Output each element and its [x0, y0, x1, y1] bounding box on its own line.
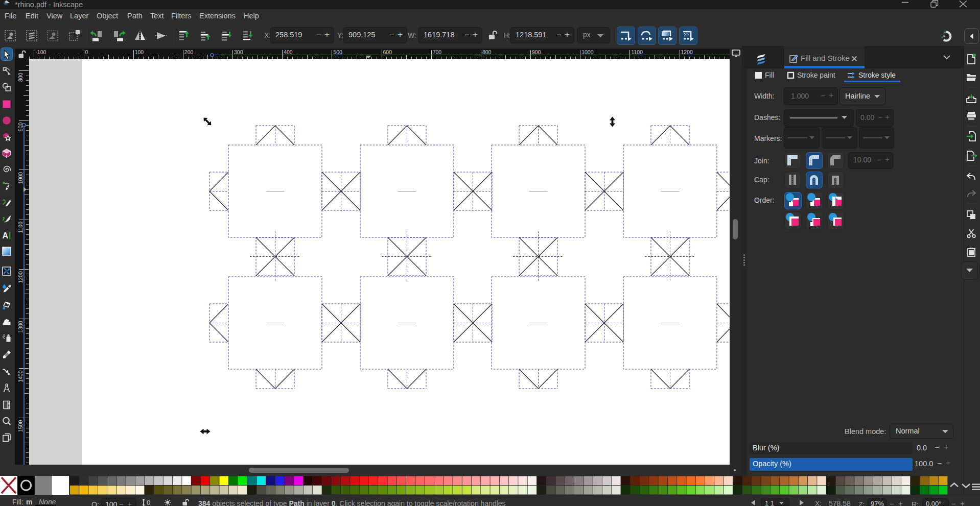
svg-text:0: 0	[147, 499, 150, 506]
svg-text:-100: -100	[35, 49, 46, 55]
svg-text:900: 900	[532, 49, 541, 55]
svg-text:300: 300	[234, 49, 243, 55]
svg-text:1000: 1000	[17, 172, 24, 184]
svg-text:1400: 1400	[17, 370, 24, 382]
svg-text:1100: 1100	[17, 222, 24, 233]
svg-text:800: 800	[482, 49, 492, 55]
svg-text:700: 700	[433, 49, 442, 55]
svg-text:200: 200	[184, 49, 194, 55]
svg-text:1200: 1200	[681, 49, 693, 55]
svg-text:100: 100	[135, 49, 144, 55]
svg-text:1200: 1200	[17, 271, 24, 283]
svg-text:1500: 1500	[17, 420, 24, 432]
svg-text:500: 500	[333, 49, 342, 55]
svg-text:0: 0	[85, 49, 88, 55]
svg-text:A: A	[3, 231, 9, 240]
svg-text:400: 400	[284, 49, 293, 55]
svg-text:1000: 1000	[581, 49, 594, 55]
svg-text:600: 600	[383, 49, 392, 55]
svg-text:s: s	[943, 33, 945, 38]
svg-text:1100: 1100	[631, 49, 643, 55]
svg-text:1300: 1300	[17, 321, 24, 333]
svg-text:800: 800	[17, 73, 24, 82]
